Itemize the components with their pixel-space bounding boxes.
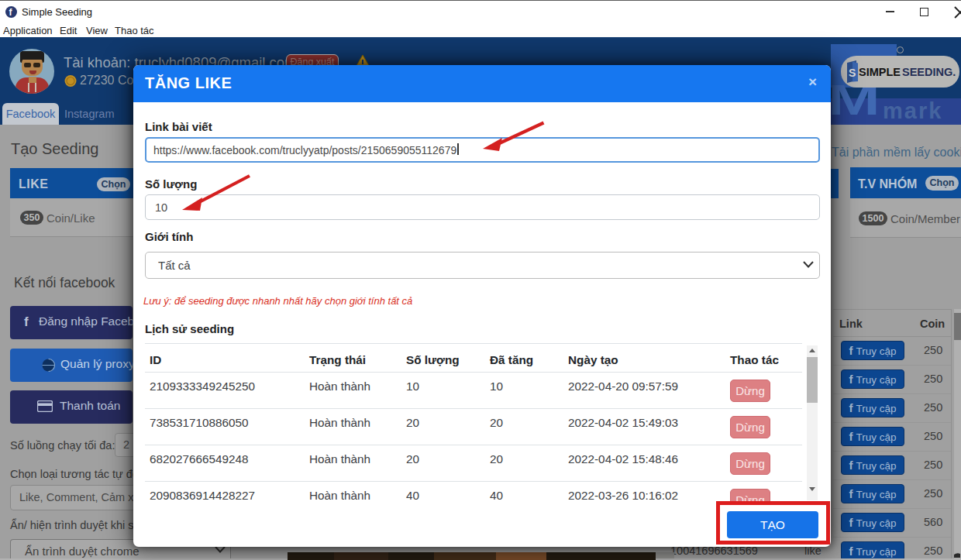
- svg-text:S: S: [849, 67, 856, 79]
